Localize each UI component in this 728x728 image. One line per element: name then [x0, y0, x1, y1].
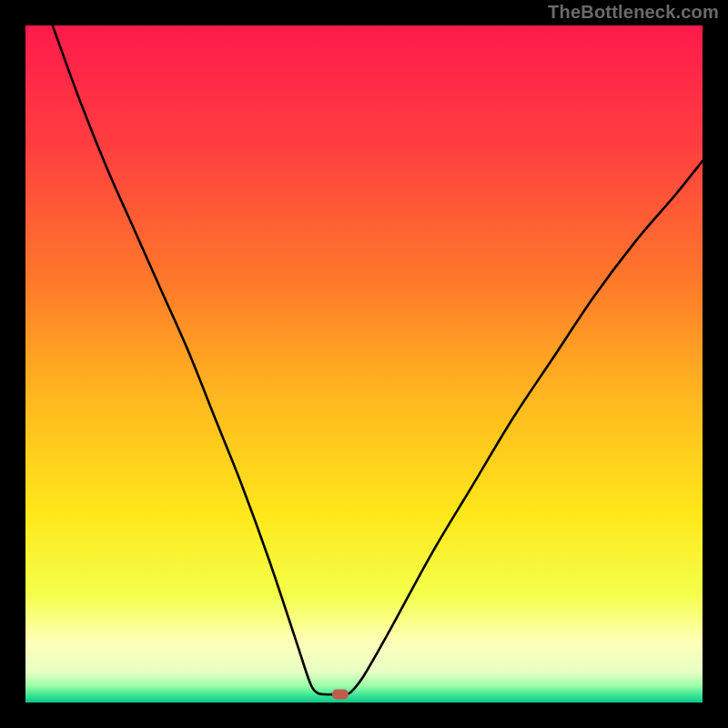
bottleneck-plot	[25, 25, 703, 703]
optimal-marker	[332, 690, 349, 700]
watermark-text: TheBottleneck.com	[548, 2, 719, 23]
chart-frame: TheBottleneck.com	[0, 0, 728, 728]
plot-background	[25, 25, 703, 703]
